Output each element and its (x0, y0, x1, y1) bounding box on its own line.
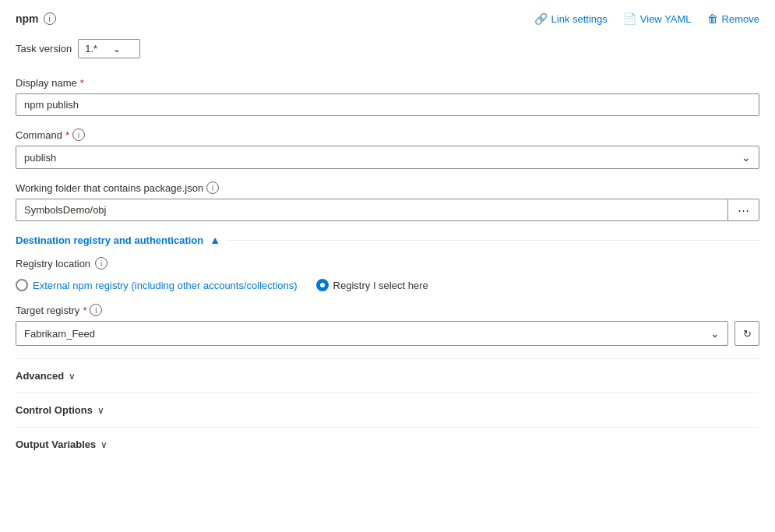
working-folder-label: Working folder that contains package.jso… (16, 181, 759, 194)
display-name-field: Display name * (16, 77, 759, 116)
output-variables-section: Output Variables ∨ (16, 427, 759, 461)
command-chevron-icon: ⌄ (742, 151, 751, 164)
ellipsis-icon: ⋯ (738, 203, 749, 217)
destination-section-title: Destination registry and authentication (16, 234, 203, 246)
command-info-icon[interactable]: i (72, 129, 85, 141)
external-registry-option[interactable]: External npm registry (including other a… (16, 279, 298, 291)
task-version-value: 1.* (85, 43, 97, 55)
header-actions: 🔗 Link settings 📄 View YAML 🗑 Remove (534, 12, 759, 25)
display-name-input[interactable] (16, 93, 759, 116)
view-yaml-label: View YAML (640, 13, 692, 25)
advanced-section-title: Advanced (16, 370, 64, 382)
page-container: npm i 🔗 Link settings 📄 View YAML 🗑 Remo… (0, 0, 775, 532)
registry-options: External npm registry (including other a… (16, 279, 759, 291)
control-options-section: Control Options ∨ (16, 393, 759, 427)
task-version-chevron-icon: ⌄ (113, 44, 121, 55)
command-field: Command * i publish ⌄ (16, 129, 759, 169)
task-version-row: Task version 1.* ⌄ (16, 39, 759, 58)
select-here-radio[interactable] (316, 279, 329, 291)
control-options-chevron-icon: ∨ (97, 405, 104, 416)
header: npm i 🔗 Link settings 📄 View YAML 🗑 Remo… (16, 12, 759, 25)
output-variables-title: Output Variables (16, 439, 96, 450)
view-yaml-action[interactable]: 📄 View YAML (623, 12, 692, 25)
target-registry-field: Target registry * i Fabrikam_Feed ⌄ ↻ (16, 304, 759, 346)
task-version-select[interactable]: 1.* ⌄ (78, 39, 140, 58)
working-folder-ellipsis-button[interactable]: ⋯ (727, 199, 759, 221)
command-required: * (65, 129, 69, 141)
advanced-chevron-icon: ∨ (69, 371, 76, 382)
task-version-label: Task version (16, 43, 72, 55)
target-registry-row: Fabrikam_Feed ⌄ ↻ (16, 321, 759, 346)
target-registry-value: Fabrikam_Feed (24, 328, 95, 340)
registry-location-row: Registry location i (16, 257, 759, 270)
target-registry-label: Target registry * i (16, 304, 759, 316)
registry-location-label: Registry location (16, 258, 90, 270)
target-registry-info-icon[interactable]: i (90, 304, 102, 316)
target-registry-refresh-button[interactable]: ↻ (734, 321, 759, 346)
registry-location-info-icon[interactable]: i (95, 257, 107, 270)
display-name-label: Display name * (16, 77, 759, 89)
output-variables-chevron-icon: ∨ (100, 439, 107, 450)
advanced-section-header[interactable]: Advanced ∨ (16, 370, 759, 382)
working-folder-row: ⋯ (16, 199, 759, 221)
working-folder-field: Working folder that contains package.jso… (16, 181, 759, 221)
refresh-icon: ↻ (743, 328, 752, 340)
link-settings-label: Link settings (551, 13, 608, 25)
target-registry-select[interactable]: Fabrikam_Feed ⌄ (16, 321, 728, 346)
display-name-required: * (80, 77, 84, 89)
remove-action[interactable]: 🗑 Remove (707, 12, 759, 25)
destination-section-heading: Destination registry and authentication … (16, 234, 759, 246)
output-variables-section-header[interactable]: Output Variables ∨ (16, 439, 759, 450)
target-registry-chevron-icon: ⌄ (710, 327, 720, 340)
destination-section-divider (227, 240, 759, 241)
header-left: npm i (16, 12, 56, 25)
target-registry-required: * (83, 305, 86, 316)
command-label: Command * i (16, 129, 759, 141)
link-settings-action[interactable]: 🔗 Link settings (534, 12, 608, 25)
command-value: publish (24, 152, 56, 164)
external-registry-label: External npm registry (including other a… (33, 280, 298, 291)
control-options-section-header[interactable]: Control Options ∨ (16, 404, 759, 416)
advanced-section: Advanced ∨ (16, 358, 759, 393)
trash-icon: 🗑 (707, 12, 718, 25)
remove-label: Remove (722, 13, 759, 25)
select-here-label: Registry I select here (333, 280, 428, 291)
working-folder-info-icon[interactable]: i (206, 181, 219, 194)
link-icon: 🔗 (534, 12, 548, 25)
working-folder-input[interactable] (16, 199, 727, 221)
external-registry-radio[interactable] (16, 279, 28, 291)
select-here-option[interactable]: Registry I select here (316, 279, 428, 291)
page-title: npm (16, 12, 39, 25)
yaml-icon: 📄 (623, 12, 636, 25)
command-select[interactable]: publish ⌄ (16, 146, 759, 169)
header-info-icon[interactable]: i (44, 12, 56, 25)
destination-section-chevron-icon[interactable]: ▲ (210, 234, 220, 246)
control-options-title: Control Options (16, 404, 93, 416)
